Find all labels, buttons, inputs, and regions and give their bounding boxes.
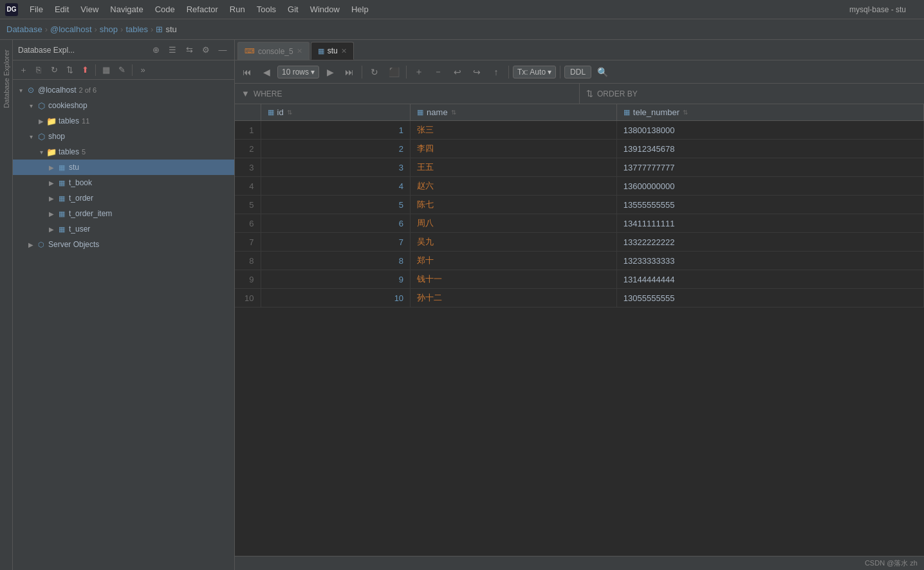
col-tele-number[interactable]: ▦ tele_number ⇅ xyxy=(616,104,923,121)
remove-row-btn[interactable]: － xyxy=(430,64,447,80)
where-section[interactable]: ▼ WHERE xyxy=(235,84,580,104)
col-name[interactable]: ▦ name ⇅ xyxy=(411,104,617,121)
tree-item-shop[interactable]: ▾ ⬡ shop xyxy=(13,129,234,144)
db-explorer-header: Database Expl... ⊕ ☰ ⇆ ⚙ — xyxy=(13,40,234,60)
next-page-btn[interactable]: ▶ xyxy=(322,64,338,80)
new-connection-btn[interactable]: ＋ xyxy=(17,64,30,77)
tree-item-server-objects[interactable]: ▶ ⬡ Server Objects xyxy=(13,237,234,252)
prev-page-btn[interactable]: ◀ xyxy=(258,64,275,80)
toggle-t-user[interactable]: ▶ xyxy=(46,224,57,234)
add-row-btn[interactable]: ＋ xyxy=(411,64,427,80)
db-tree: ▾ ⊙ @localhost 2 of 6 ▾ ⬡ cookieshop ▶ 📁… xyxy=(13,80,234,570)
menu-run[interactable]: Run xyxy=(225,3,250,15)
content-area: ⌨ console_5 ✕ ▦ stu ✕ ⏮ ◀ 10 rows ▾ ▶ ⏭ … xyxy=(235,40,924,570)
toggle-stu[interactable]: ▶ xyxy=(46,162,57,172)
tree-item-t-order-item[interactable]: ▶ ▦ t_order_item xyxy=(13,206,234,221)
last-page-btn[interactable]: ⏭ xyxy=(341,64,358,80)
breadcrumb-localhost[interactable]: @localhost xyxy=(50,24,92,34)
settings-icon[interactable]: ⚙ xyxy=(199,44,212,57)
minimize-icon[interactable]: — xyxy=(216,44,229,57)
tree-item-localhost[interactable]: ▾ ⊙ @localhost 2 of 6 xyxy=(13,82,234,98)
data-table-container[interactable]: ▦ id ⇅ ▦ name ⇅ xyxy=(235,104,924,556)
tab-stu-close[interactable]: ✕ xyxy=(341,47,347,55)
edit-btn[interactable]: ✎ xyxy=(115,64,128,77)
menu-view[interactable]: View xyxy=(75,3,104,15)
menu-edit[interactable]: Edit xyxy=(50,3,74,15)
col-id[interactable]: ▦ id ⇅ xyxy=(261,104,411,121)
order-section[interactable]: ⇅ ORDER BY xyxy=(580,84,924,104)
cell-tele: 13600000000 xyxy=(616,177,923,196)
sync-btn[interactable]: ⇅ xyxy=(63,64,76,77)
ddl-btn[interactable]: DDL xyxy=(564,66,591,78)
table-row[interactable]: 55陈七13555555555 xyxy=(235,196,924,214)
search-btn[interactable]: 🔍 xyxy=(594,64,611,80)
filter-icon[interactable]: ☰ xyxy=(166,44,179,57)
menu-file[interactable]: File xyxy=(24,3,48,15)
window-title: mysql-base - stu xyxy=(849,5,906,14)
tree-item-shop-tables[interactable]: ▾ 📁 tables 5 xyxy=(13,144,234,160)
collapse-icon[interactable]: ⇆ xyxy=(183,44,196,57)
refresh-btn[interactable]: ↻ xyxy=(48,64,60,77)
rows-dropdown[interactable]: 10 rows ▾ xyxy=(277,66,319,78)
table-row[interactable]: 66周八13411111111 xyxy=(235,214,924,233)
toggle-cookieshop[interactable]: ▾ xyxy=(26,100,36,111)
sidebar-strip-label[interactable]: Database Explorer xyxy=(3,50,10,108)
menu-navigate[interactable]: Navigate xyxy=(105,3,148,15)
col-name-sort[interactable]: ⇅ xyxy=(451,109,456,116)
table-row[interactable]: 44赵六13600000000 xyxy=(235,177,924,196)
more-btn[interactable]: » xyxy=(136,64,149,77)
tab-console5[interactable]: ⌨ console_5 ✕ xyxy=(237,42,310,60)
menu-git[interactable]: Git xyxy=(282,3,304,15)
table-icon-t-user: ▦ xyxy=(57,224,67,234)
stop-btn[interactable]: ⬛ xyxy=(385,64,402,80)
toggle-cookieshop-tables[interactable]: ▶ xyxy=(36,116,46,126)
cell-name: 周八 xyxy=(411,214,617,233)
tree-item-t-user[interactable]: ▶ ▦ t_user xyxy=(13,221,234,237)
db-explorer-title: Database Expl... xyxy=(18,46,145,55)
table-row[interactable]: 22李四13912345678 xyxy=(235,140,924,158)
toggle-server-objects[interactable]: ▶ xyxy=(26,239,36,250)
table-view-btn[interactable]: ▦ xyxy=(100,64,113,77)
tab-stu[interactable]: ▦ stu ✕ xyxy=(311,42,354,60)
breadcrumb-stu[interactable]: stu xyxy=(165,24,176,34)
revert-btn[interactable]: ↩ xyxy=(449,64,466,80)
tree-item-cookieshop-tables[interactable]: ▶ 📁 tables 11 xyxy=(13,113,234,129)
col-id-sort[interactable]: ⇅ xyxy=(287,109,292,116)
copy-btn[interactable]: ⎘ xyxy=(32,64,45,77)
tx-dropdown[interactable]: Tx: Auto ▾ xyxy=(513,66,556,78)
table-row[interactable]: 11张三13800138000 xyxy=(235,121,924,140)
toggle-localhost[interactable]: ▾ xyxy=(15,85,26,95)
tree-item-t-book[interactable]: ▶ ▦ t_book xyxy=(13,175,234,190)
tree-item-stu[interactable]: ▶ ▦ stu xyxy=(13,160,234,175)
tree-item-cookieshop[interactable]: ▾ ⬡ cookieshop xyxy=(13,98,234,113)
menu-code[interactable]: Code xyxy=(150,3,180,15)
tab-console5-close[interactable]: ✕ xyxy=(297,47,302,55)
col-tele-sort[interactable]: ⇅ xyxy=(683,109,688,116)
toggle-shop-tables[interactable]: ▾ xyxy=(36,147,46,157)
toggle-shop[interactable]: ▾ xyxy=(26,131,36,142)
cell-id: 10 xyxy=(261,289,411,308)
table-row[interactable]: 33王五13777777777 xyxy=(235,158,924,177)
import-btn[interactable]: ⬆ xyxy=(79,64,91,77)
refresh-data-btn[interactable]: ↻ xyxy=(366,64,383,80)
menu-help[interactable]: Help xyxy=(346,3,374,15)
tab-console5-label: console_5 xyxy=(258,47,293,56)
menu-tools[interactable]: Tools xyxy=(252,3,281,15)
toggle-t-order-item[interactable]: ▶ xyxy=(46,208,57,219)
table-row[interactable]: 99钱十一13144444444 xyxy=(235,270,924,289)
table-row[interactable]: 88郑十13233333333 xyxy=(235,252,924,270)
breadcrumb-tables[interactable]: tables xyxy=(125,24,148,34)
table-row[interactable]: 77吴九13322222222 xyxy=(235,233,924,252)
apply-btn[interactable]: ↪ xyxy=(468,64,485,80)
table-row[interactable]: 1010孙十二13055555555 xyxy=(235,289,924,308)
first-page-btn[interactable]: ⏮ xyxy=(239,64,255,80)
add-datasource-icon[interactable]: ⊕ xyxy=(149,44,162,57)
toggle-t-book[interactable]: ▶ xyxy=(46,178,57,188)
menu-window[interactable]: Window xyxy=(305,3,345,15)
tree-item-t-order[interactable]: ▶ ▦ t_order xyxy=(13,190,234,206)
submit-btn[interactable]: ↑ xyxy=(488,64,504,80)
breadcrumb-shop[interactable]: shop xyxy=(100,24,118,34)
breadcrumb-database[interactable]: Database xyxy=(6,24,42,34)
menu-refactor[interactable]: Refactor xyxy=(181,3,223,15)
toggle-t-order[interactable]: ▶ xyxy=(46,193,57,203)
